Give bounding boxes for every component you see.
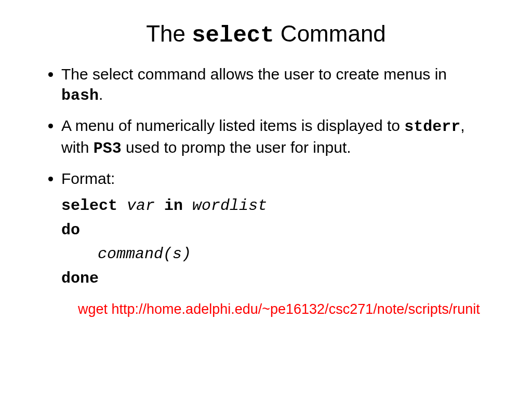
b1-t1: The select command allows the user to cr… xyxy=(61,65,447,83)
code-line-3: command(s) xyxy=(61,242,490,267)
sp1 xyxy=(117,197,127,215)
bullet-list: The select command allows the user to cr… xyxy=(42,64,490,189)
b1-c1: bash xyxy=(61,87,99,104)
bullet-1: The select command allows the user to cr… xyxy=(61,64,490,106)
b1-t2: . xyxy=(99,86,103,103)
code-block: select var in wordlist do command(s) don… xyxy=(61,194,490,290)
it-wordlist: wordlist xyxy=(192,197,267,215)
b2-t1: A menu of numerically listed items is di… xyxy=(61,117,404,134)
title-code: select xyxy=(192,22,274,48)
slide: The select Command The select command al… xyxy=(0,0,532,399)
bullet-2: A menu of numerically listed items is di… xyxy=(61,115,490,159)
kw-in: in xyxy=(164,197,183,215)
slide-title: The select Command xyxy=(42,21,490,48)
bullet-3: Format: xyxy=(61,168,490,189)
code-line-4: done xyxy=(61,267,490,291)
kw-select: select xyxy=(61,197,117,215)
title-pre: The xyxy=(146,21,192,46)
sp3 xyxy=(183,197,192,215)
b2-c2: PS3 xyxy=(94,140,122,157)
it-var: var xyxy=(127,197,155,215)
title-post: Command xyxy=(274,21,386,46)
code-line-1: select var in wordlist xyxy=(61,194,490,218)
code-line-2: do xyxy=(61,218,490,243)
b2-c1: stderr xyxy=(404,118,460,136)
b3-t1: Format: xyxy=(61,170,115,187)
sp2 xyxy=(155,197,164,215)
b2-t3: used to promp the user for input. xyxy=(122,139,351,156)
footer-command: wget http://home.adelphi.edu/~pe16132/cs… xyxy=(78,301,483,318)
